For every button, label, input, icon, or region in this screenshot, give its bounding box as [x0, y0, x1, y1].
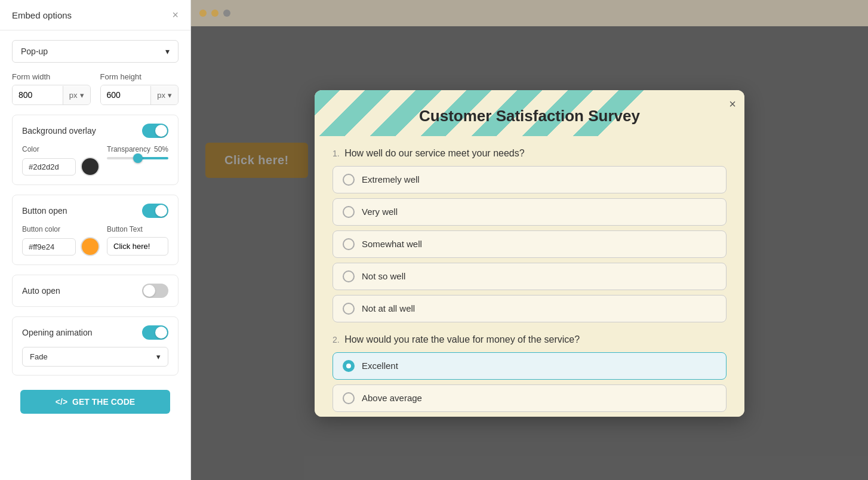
q1-option-2[interactable]: Very well: [333, 198, 727, 226]
q2-label-2: Above average: [362, 393, 422, 403]
transparency-value: 50%: [154, 145, 168, 153]
q1-label-3: Somewhat well: [362, 239, 422, 249]
survey-modal: Customer Satisfaction Survey × 1. How we…: [315, 90, 744, 417]
form-height-unit[interactable]: px ▾: [150, 86, 178, 104]
auto-open-card: Auto open: [12, 275, 178, 307]
animation-chevron-icon: ▾: [156, 352, 161, 361]
preview-bg: Click here! Customer Satisfaction Survey…: [191, 26, 868, 480]
bg-overlay-toggle[interactable]: [142, 124, 168, 138]
right-panel: Click here! Customer Satisfaction Survey…: [191, 0, 868, 480]
q1-radio-4: [343, 270, 355, 282]
auto-open-toggle-knob: [143, 285, 155, 297]
embed-type-dropdown[interactable]: Pop-up ▾: [12, 40, 178, 63]
q1-label-5: Not at all well: [362, 303, 415, 313]
question-2-section: 2. How would you rate the value for mone…: [333, 334, 727, 412]
animation-type-dropdown[interactable]: Fade ▾: [22, 347, 168, 367]
form-width-label: Form width: [12, 72, 91, 81]
transparency-slider[interactable]: [107, 157, 168, 159]
button-text-label: Button Text: [107, 225, 168, 233]
bg-color-group: Color #2d2d2d: [22, 145, 100, 176]
modal-overlay: Customer Satisfaction Survey × 1. How we…: [191, 26, 868, 480]
button-color-input-row: #ff9e24: [22, 237, 100, 256]
button-open-toggle[interactable]: [142, 204, 168, 218]
q1-radio-3: [343, 238, 355, 250]
get-code-label: GET THE CODE: [72, 397, 135, 407]
q1-label-4: Not so well: [362, 271, 405, 281]
panel-body: Pop-up ▾ Form width px ▾ Form height: [0, 30, 190, 480]
transparency-thumb[interactable]: [133, 153, 143, 163]
modal-header: Customer Satisfaction Survey ×: [315, 90, 744, 136]
opening-animation-title: Opening animation: [22, 328, 93, 337]
auto-open-toggle[interactable]: [142, 284, 168, 298]
bg-color-label: Color: [22, 145, 100, 153]
question-2-title: 2. How would you rate the value for mone…: [333, 334, 727, 345]
bg-overlay-header-row: Background overlay: [22, 124, 168, 138]
form-height-input[interactable]: [101, 85, 151, 104]
question-1-text: How well do our service meet your needs?: [344, 148, 524, 158]
question-1-title: 1. How well do our service meet your nee…: [333, 148, 727, 159]
form-width-input-wrap: px ▾: [12, 85, 91, 105]
question-1-section: 1. How well do our service meet your nee…: [333, 148, 727, 322]
q1-option-4[interactable]: Not so well: [333, 263, 727, 290]
transparency-row: Transparency 50%: [107, 145, 168, 153]
button-text-input[interactable]: [107, 237, 168, 256]
browser-dot-2: [211, 10, 218, 17]
q1-option-5[interactable]: Not at all well: [333, 295, 727, 322]
question-2-number: 2.: [333, 335, 340, 344]
button-open-title: Button open: [22, 206, 67, 216]
bg-color-swatch[interactable]: [81, 157, 100, 176]
question-2-text: How would you rate the value for money o…: [344, 334, 580, 344]
q2-radio-1: [343, 360, 355, 372]
panel-close-button[interactable]: ×: [172, 10, 178, 20]
form-height-label: Form height: [100, 72, 179, 81]
bg-overlay-color-row: Color #2d2d2d Transparency 50%: [22, 145, 168, 176]
form-width-unit[interactable]: px ▾: [63, 86, 90, 104]
left-panel: Embed options × Pop-up ▾ Form width px ▾: [0, 0, 191, 480]
q2-option-1[interactable]: Excellent: [333, 352, 727, 380]
auto-open-row: Auto open: [22, 284, 168, 298]
button-open-toggle-knob: [155, 205, 167, 217]
opening-animation-row: Opening animation: [22, 325, 168, 340]
auto-open-title: Auto open: [22, 286, 60, 296]
q1-label-2: Very well: [362, 207, 398, 217]
question-1-number: 1.: [333, 149, 340, 158]
embed-type-value: Pop-up: [21, 47, 48, 56]
q1-label-1: Extremely well: [362, 174, 420, 184]
form-width-group: Form width px ▾: [12, 72, 91, 105]
q2-option-2[interactable]: Above average: [333, 384, 727, 412]
code-icon: </>: [56, 397, 67, 407]
bg-color-input-row: #2d2d2d: [22, 157, 100, 176]
bg-overlay-toggle-knob: [155, 125, 167, 137]
q2-radio-2: [343, 392, 355, 404]
bg-color-hex[interactable]: #2d2d2d: [22, 158, 76, 176]
button-color-swatch[interactable]: [81, 237, 100, 256]
button-text-group: Button Text: [107, 225, 168, 256]
unit-chevron-icon: ▾: [80, 91, 84, 100]
browser-bar: [191, 0, 868, 26]
animation-type-value: Fade: [30, 352, 48, 361]
form-height-input-wrap: px ▾: [100, 85, 179, 105]
browser-dot-1: [199, 10, 207, 17]
q1-option-1[interactable]: Extremely well: [333, 166, 727, 193]
form-width-input[interactable]: [13, 85, 63, 104]
get-code-button[interactable]: </> GET THE CODE: [20, 390, 170, 414]
q1-radio-2: [343, 206, 355, 218]
panel-header: Embed options ×: [0, 0, 190, 30]
opening-animation-toggle[interactable]: [142, 325, 168, 340]
button-open-header-row: Button open: [22, 204, 168, 218]
q1-radio-1: [343, 174, 355, 186]
background-overlay-card: Background overlay Color #2d2d2d Transpa…: [12, 115, 178, 185]
button-open-color-text-row: Button color #ff9e24 Button Text: [22, 225, 168, 256]
q1-radio-5: [343, 303, 355, 315]
chevron-down-icon: ▾: [165, 47, 170, 56]
button-color-label: Button color: [22, 225, 100, 233]
browser-dot-3: [223, 10, 230, 17]
button-open-card: Button open Button color #ff9e24 Button …: [12, 195, 178, 265]
form-height-group: Form height px ▾: [100, 72, 179, 105]
modal-close-button[interactable]: ×: [729, 97, 736, 111]
modal-body: 1. How well do our service meet your nee…: [315, 136, 744, 417]
q2-label-1: Excellent: [362, 361, 398, 371]
transparency-group: Transparency 50%: [107, 145, 168, 176]
q1-option-3[interactable]: Somewhat well: [333, 230, 727, 258]
button-color-hex[interactable]: #ff9e24: [22, 238, 76, 256]
